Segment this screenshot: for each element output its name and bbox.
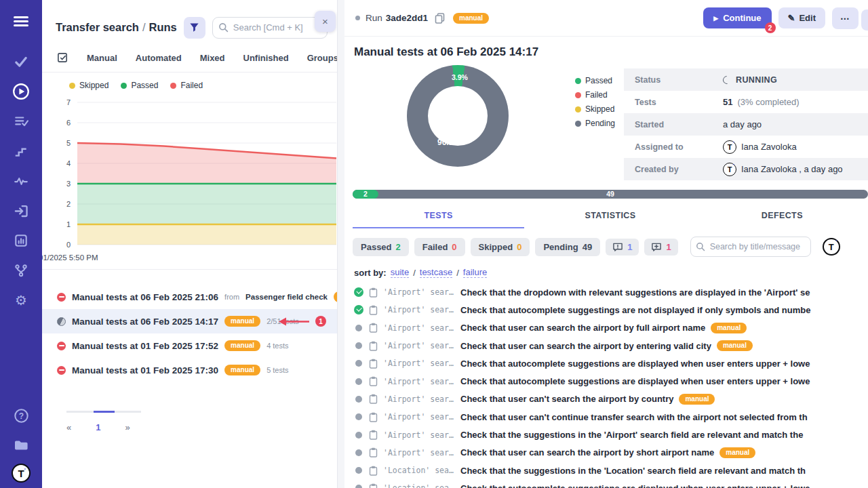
test-suite: 'Airport' sear… [383, 305, 455, 314]
run-list-item[interactable]: Manual tests at 06 Feb 2025 14:17 manual… [42, 309, 337, 333]
legend-item: Passed [121, 81, 158, 90]
breadcrumb-current: Runs [149, 21, 177, 33]
help-icon[interactable]: ? [9, 404, 33, 427]
spinner-icon [722, 74, 733, 85]
tab-automated[interactable]: Automated [136, 53, 182, 63]
runs-history-chart: Skipped Passed Failed 76543210 01/2025 5… [42, 72, 337, 270]
run-list-item[interactable]: Manual tests at 06 Feb 2025 21:06 from P… [42, 285, 337, 309]
run-status-icon [57, 293, 66, 302]
more-actions-button[interactable]: ⋯ [832, 7, 859, 29]
runs-header: Transfer search/Runs × [42, 0, 337, 43]
test-case-row[interactable]: 'Location' sea… Check that the suggestio… [344, 462, 868, 479]
test-type-badge: manual [717, 340, 753, 351]
test-case-row[interactable]: 'Airport' sear… Check that the suggestio… [344, 426, 868, 443]
filter-passed[interactable]: Passed2 [353, 238, 409, 256]
steps-icon[interactable] [9, 140, 33, 163]
tab-unfinished[interactable]: Unfinished [243, 53, 289, 63]
edit-button[interactable]: ✎ Edit [778, 7, 825, 28]
test-suite: 'Airport' sear… [383, 394, 455, 404]
prev-page-button[interactable]: « [62, 421, 75, 434]
assignee-avatar[interactable]: T' [823, 238, 840, 256]
run-item-title: Manual tests at 01 Feb 2025 17:52 [72, 341, 218, 351]
sort-by-testcase[interactable]: testcase [420, 267, 452, 278]
filter-pending[interactable]: Pending49 [535, 238, 600, 256]
comment-exclaim-icon [612, 242, 623, 252]
sort-by-suite[interactable]: suite [391, 267, 409, 278]
search-input[interactable] [212, 17, 328, 39]
clipboard-icon [369, 305, 378, 315]
app-sidebar: ⚙ ? T' [0, 0, 42, 488]
funnel-icon [189, 22, 199, 33]
run-detail-panel: Run 3ade2dd1 manual ▶ Continue 2 ✎ Edit … [344, 0, 868, 488]
run-tests-count: 5 tests [267, 366, 288, 374]
filter-skipped[interactable]: Skipped0 [471, 238, 530, 256]
close-icon[interactable]: × [315, 11, 336, 32]
test-case-row[interactable]: 'Airport' sear… Check that user can't co… [344, 408, 868, 426]
check-icon[interactable] [9, 50, 33, 73]
test-status-icon [355, 396, 362, 403]
user-avatar[interactable]: T' [12, 464, 31, 483]
run-list-item[interactable]: Manual tests at 01 Feb 2025 17:30 manual… [42, 358, 337, 382]
run-type-badge: manual [224, 340, 260, 351]
comments-filter-button[interactable]: 1 [606, 239, 639, 256]
donut-label-pending: 96.1% [437, 138, 460, 147]
run-status-icon [57, 317, 66, 326]
svg-text:4: 4 [66, 159, 71, 167]
chart-box-icon[interactable] [9, 229, 33, 252]
run-list-item[interactable]: Manual tests at 01 Feb 2025 17:52 manual… [42, 333, 337, 358]
run-item-title: Manual tests at 06 Feb 2025 14:17 [72, 317, 218, 327]
activity-icon[interactable] [9, 169, 33, 192]
test-case-row[interactable]: 'Airport' sear… Check that user can sear… [344, 319, 868, 337]
test-case-row[interactable]: 'Airport' sear… Check that user can't se… [344, 390, 868, 408]
run-item-title: Manual tests at 06 Feb 2025 21:06 [72, 292, 218, 302]
list-check-icon[interactable] [9, 110, 33, 133]
test-title: Check that user can't continue transfer … [460, 412, 808, 422]
test-case-row[interactable]: 'Airport' sear… Check that autocomplete … [344, 372, 868, 390]
tab-groups[interactable]: Groups [307, 53, 338, 63]
tab-tests[interactable]: TESTS [353, 205, 524, 228]
run-info-table: Status RUNNING Tests 51 (3% completed) S… [624, 68, 868, 180]
test-case-row[interactable]: 'Airport' sear… Check that user can sear… [344, 444, 868, 462]
gear-icon[interactable]: ⚙ [9, 289, 33, 312]
run-source-plan: Passenger field check [245, 293, 328, 301]
next-page-button[interactable]: » [121, 421, 134, 434]
run-title: Manual tests at 06 Feb 2025 14:17 [354, 45, 868, 59]
continue-button[interactable]: ▶ Continue 2 [703, 7, 771, 28]
add-comment-filter-button[interactable]: 1 [644, 239, 677, 256]
folder-icon[interactable] [9, 434, 33, 457]
test-status-icon [355, 485, 362, 488]
legend-item: Pending [575, 119, 615, 128]
clipped-button[interactable] [861, 9, 868, 30]
test-case-row[interactable]: 'Airport' sear… Check that autocomplete … [344, 301, 868, 319]
select-all-icon[interactable] [57, 52, 68, 64]
test-case-row[interactable]: 'Airport' sear… Check that autocomplete … [344, 354, 868, 372]
copy-icon[interactable] [433, 12, 446, 25]
run-progress-bar: 2 49 [353, 190, 868, 199]
test-case-row[interactable]: 'Airport' sear… Check that the dropdown … [344, 283, 868, 301]
sign-in-icon[interactable] [9, 199, 33, 222]
test-suite: 'Airport' sear… [383, 287, 455, 297]
clipboard-icon [369, 359, 378, 369]
svg-text:5: 5 [66, 139, 71, 147]
filter-failed[interactable]: Failed0 [414, 238, 465, 256]
clipboard-icon [369, 430, 378, 440]
filter-button[interactable] [184, 17, 205, 39]
legend-dot [575, 106, 581, 113]
test-search-input[interactable] [690, 237, 811, 257]
run-type-badge: manual [453, 13, 489, 24]
info-row: Assigned to T'Iana Zavoloka [624, 136, 868, 158]
page-1-button[interactable]: 1 [90, 421, 106, 434]
branch-icon[interactable] [9, 259, 33, 282]
run-overview: 3.9% 96.1% Passed Failed Skipped Pending… [344, 65, 868, 180]
tab-mixed[interactable]: Mixed [200, 53, 225, 63]
breadcrumb-parent[interactable]: Transfer search [56, 21, 139, 33]
tab-manual[interactable]: Manual [87, 53, 117, 63]
sort-by-failure[interactable]: failure [463, 267, 487, 278]
tab-statistics[interactable]: STATISTICS [524, 205, 696, 228]
menu-icon[interactable] [9, 9, 33, 33]
run-type-badge: manual [334, 291, 338, 302]
test-case-row[interactable]: 'Airport' sear… Check that user can sear… [344, 337, 868, 354]
test-case-row[interactable]: 'Location' sea… Check that autocomplete … [344, 479, 868, 488]
tab-defects[interactable]: DEFECTS [696, 205, 868, 228]
play-circle-icon[interactable] [9, 80, 33, 103]
